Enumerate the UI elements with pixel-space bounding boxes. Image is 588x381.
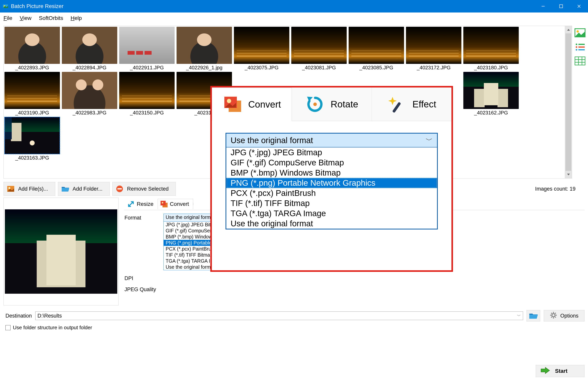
label-format: Format (125, 214, 164, 221)
thumbnail[interactable]: _4022893.JPG (4, 27, 60, 71)
svg-point-25 (162, 202, 163, 203)
svg-point-20 (8, 187, 10, 189)
scroll-down-icon[interactable] (565, 171, 572, 178)
thumbnail[interactable]: _4023081.JPG (291, 27, 347, 71)
menu-view[interactable]: View (20, 15, 31, 21)
thumbnail[interactable]: _4023162.JPG (463, 72, 519, 116)
svg-point-7 (576, 30, 579, 33)
callout-format-option[interactable]: Use the original format (226, 219, 437, 229)
thumbnail-image (62, 72, 117, 109)
tab-convert[interactable]: Convert (158, 199, 193, 209)
close-button[interactable] (570, 0, 588, 13)
svg-point-38 (313, 103, 317, 106)
maximize-button[interactable] (552, 0, 570, 13)
viewmode-list-icon[interactable] (574, 41, 586, 53)
remove-selected-button[interactable]: Remove Selected (112, 182, 176, 196)
svg-point-37 (227, 99, 231, 103)
callout-selected: Use the original format (231, 136, 313, 145)
thumbnail-image (62, 27, 117, 64)
thumbnail-image (349, 27, 404, 64)
viewmode-large-icon[interactable] (574, 27, 586, 39)
svg-point-10 (576, 46, 577, 48)
scroll-up-icon[interactable] (565, 26, 572, 33)
window-title: Batch Picture Resizer (11, 3, 63, 9)
callout-tab-convert[interactable]: Convert (212, 88, 292, 121)
options-button[interactable]: Options (544, 310, 585, 321)
start-button[interactable]: Start (536, 365, 585, 377)
gear-icon (550, 312, 557, 320)
menu-help[interactable]: Help (71, 15, 82, 21)
folder-icon (61, 185, 69, 193)
thumbnail[interactable]: _4022911.JPG (119, 27, 175, 71)
callout-format-option[interactable]: TGA (*.tga) TARGA Image (226, 208, 437, 219)
remove-icon (116, 185, 124, 193)
callout-popup: Convert Rotate Effect Use the original f… (210, 86, 453, 272)
svg-point-12 (576, 49, 577, 51)
chevron-down-icon: ﹀ (426, 135, 433, 145)
thumbnail-label: _4022926_1.jpg (186, 65, 223, 71)
thumbnail[interactable]: _4023085.JPG (349, 27, 404, 71)
callout-format-option[interactable]: TIF (*.tif) TIFF Bitmap (226, 198, 437, 208)
menu-softorbits[interactable]: SoftOrbits (39, 15, 63, 21)
destination-label: Destination (5, 313, 32, 319)
thumbnail[interactable]: _4023163.JPG (4, 117, 60, 161)
thumbnail-image (119, 27, 175, 64)
callout-format-option[interactable]: PCX (*.pcx) PaintBrush (226, 188, 437, 198)
thumbnail-image (291, 27, 347, 64)
thumbnail-label: _4023180.JPG (474, 65, 508, 71)
thumbnail-label: _4023085.JPG (359, 65, 393, 71)
thumbnail[interactable]: _4023180.JPG (463, 27, 519, 71)
viewmode-table-icon[interactable] (574, 55, 586, 67)
thumbnail-label: _4023172.JPG (417, 65, 450, 71)
thumbnail-label: _4022894.JPG (73, 65, 106, 71)
resize-icon (127, 200, 135, 208)
folder-structure-checkbox[interactable] (5, 325, 11, 330)
label-jpeg: JPEG Quality (125, 285, 164, 292)
add-folder-label: Add Folder... (73, 186, 103, 192)
destination-input[interactable]: D:\Results ﹀ (35, 312, 523, 320)
thumbnail-label: _4023162.JPG (474, 110, 508, 116)
callout-format-option[interactable]: BMP (*.bmp) Windows Bitmap (226, 168, 437, 178)
thumbnail-label: _4022911.JPG (130, 65, 164, 71)
svg-rect-11 (578, 46, 585, 48)
app-icon (2, 3, 9, 9)
add-files-button[interactable]: Add File(s)... (3, 182, 55, 196)
convert-icon (223, 94, 242, 114)
svg-rect-9 (578, 44, 585, 45)
thumbnail[interactable]: _4023075.JPG (234, 27, 289, 71)
wand-icon (387, 94, 407, 114)
scrollbar-vertical[interactable] (565, 26, 572, 178)
thumbnail[interactable]: _4022894.JPG (62, 27, 117, 71)
callout-tab-effect[interactable]: Effect (372, 88, 451, 121)
thumbnail-image (177, 27, 232, 64)
convert-icon (160, 200, 168, 208)
thumbnail[interactable]: _4023150.JPG (119, 72, 175, 116)
thumbnail[interactable]: _4022983.JPG (62, 72, 117, 116)
scroll-thumb[interactable] (565, 33, 571, 171)
callout-tab-rotate[interactable]: Rotate (292, 88, 372, 121)
svg-line-34 (551, 317, 552, 317)
thumbnail[interactable]: _4023190.JPG (4, 72, 60, 116)
thumbnail-image (463, 27, 519, 64)
thumbnail-image (406, 27, 462, 64)
thumbnail-image (4, 72, 60, 109)
thumbnail[interactable]: _4023172.JPG (406, 27, 462, 71)
menu-file[interactable]: File (3, 15, 12, 21)
svg-rect-3 (560, 5, 563, 8)
preview-image (5, 209, 117, 294)
thumbnail-image (463, 72, 519, 109)
callout-format-option[interactable]: GIF (*.gif) CompuServe Bitmap (226, 157, 437, 168)
preview-panel (3, 198, 119, 305)
menubar: File View SoftOrbits Help (0, 13, 588, 24)
add-folder-button[interactable]: Add Folder... (58, 182, 110, 196)
thumbnail[interactable]: _4022926_1.jpg (177, 27, 232, 71)
label-dpi: DPI (125, 274, 164, 281)
svg-rect-14 (575, 57, 585, 65)
minimize-button[interactable] (534, 0, 552, 13)
callout-format-dropdown[interactable]: Use the original format ﹀ JPG (*.jpg) JP… (226, 133, 438, 229)
tab-resize[interactable]: Resize (125, 199, 158, 209)
callout-format-option[interactable]: PNG (*.png) Portable Network Graphics (226, 178, 437, 188)
callout-format-option[interactable]: JPG (*.jpg) JPEG Bitmap (226, 147, 437, 157)
browse-folder-button[interactable] (526, 310, 540, 321)
tab-more-hidden (193, 203, 200, 205)
